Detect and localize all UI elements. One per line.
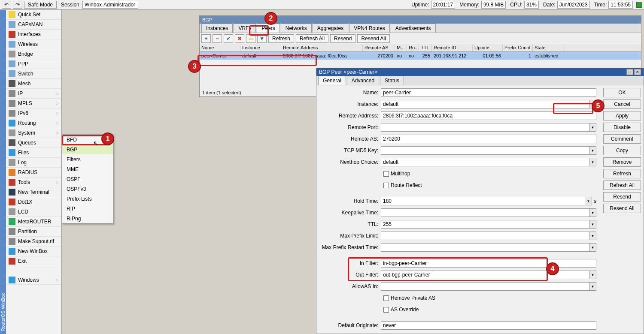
as-override-checkbox[interactable] [383, 307, 389, 313]
column-header[interactable]: Uptime [473, 44, 503, 51]
sidebar-item-radius[interactable]: RADIUS [6, 168, 61, 178]
filter-button[interactable]: ▼ [257, 34, 267, 43]
sidebar-item-partition[interactable]: Partition [6, 227, 61, 237]
sidebar-item-tools[interactable]: Tools▷ [6, 178, 61, 187]
tab-peers[interactable]: Peers [257, 24, 279, 33]
nexthop-input[interactable]: default [381, 158, 589, 166]
max-prefix-dropdown-icon[interactable]: ▼ [589, 232, 596, 240]
submenu-item-ospf[interactable]: OSPF [62, 174, 113, 184]
comment-button[interactable]: ▭ [246, 34, 255, 43]
submenu-item-bgp[interactable]: BGP [62, 144, 113, 154]
cancel-button[interactable]: Cancel [603, 99, 641, 109]
copy-button[interactable]: Copy [603, 146, 641, 155]
refresh-button[interactable]: Refresh [268, 34, 294, 43]
submenu-item-rip[interactable]: RIP [62, 204, 113, 214]
redo-button[interactable]: ↷ [13, 1, 22, 9]
sidebar-item-routing[interactable]: Routing▷ [6, 118, 61, 128]
tab-networks[interactable]: Networks [281, 24, 312, 33]
safe-mode-button[interactable]: Safe Mode [24, 1, 57, 9]
sidebar-item-switch[interactable]: Switch [6, 69, 61, 79]
sidebar-item-exit[interactable]: Exit [6, 256, 61, 266]
sidebar-item-lcd[interactable]: LCD [6, 207, 61, 217]
remove-button[interactable]: − [213, 34, 222, 43]
tcp-md5-input[interactable] [381, 146, 589, 155]
sidebar-item-files[interactable]: Files [6, 148, 61, 158]
maximize-button[interactable]: □ [626, 69, 633, 75]
column-header[interactable]: Ro... [407, 44, 419, 51]
submenu-item-prefix-lists[interactable]: Prefix Lists [62, 194, 113, 204]
column-header[interactable]: Remote ID [432, 44, 473, 51]
allowas-input[interactable] [381, 282, 589, 291]
sidebar-item-mpls[interactable]: MPLS▷ [6, 99, 61, 108]
sidebar-item-interfaces[interactable]: Interfaces [6, 30, 61, 39]
sidebar-item-ip[interactable]: IP▷ [6, 89, 61, 99]
sidebar-item-ppp[interactable]: PPP [6, 59, 61, 69]
resend-button[interactable]: Resend [603, 192, 641, 202]
undo-button[interactable]: ↶ [2, 1, 11, 9]
disable-button[interactable]: Disable [603, 123, 641, 132]
refresh-button[interactable]: Refresh [603, 169, 641, 178]
sidebar-item-system[interactable]: System▷ [6, 128, 61, 138]
ttl-dropdown-icon[interactable]: ▼ [589, 220, 596, 229]
sidebar-item-mesh[interactable]: Mesh [6, 79, 61, 89]
tcp-md5-dropdown-icon[interactable]: ▼ [589, 146, 596, 155]
disable-button[interactable]: ✖ [235, 34, 244, 43]
close-button[interactable]: ✕ [634, 69, 641, 75]
submenu-item-mme[interactable]: MME [62, 164, 113, 174]
remote-as-input[interactable]: 270200 [381, 135, 596, 143]
in-filter-input[interactable]: in-bgp-peer-Carrier [381, 259, 596, 268]
add-button[interactable]: + [201, 34, 211, 43]
default-originate-input[interactable]: never [381, 321, 596, 330]
comment-button[interactable]: Comment [603, 134, 641, 144]
sidebar-item-bridge[interactable]: Bridge [6, 49, 61, 59]
sidebar-item-wireless[interactable]: Wireless [6, 39, 61, 49]
column-header[interactable]: Instance [240, 44, 281, 51]
tab-vpn4-routes[interactable]: VPN4 Routes [349, 24, 390, 33]
remove-private-checkbox[interactable] [383, 295, 389, 301]
column-header[interactable]: Prefix Count [503, 44, 533, 51]
sidebar-item-dot1x[interactable]: Dot1X [6, 197, 61, 207]
enable-button[interactable]: ✔ [224, 34, 233, 43]
sidebar-item-new-winbox[interactable]: New WinBox [6, 247, 61, 256]
sidebar-item-metarouter[interactable]: MetaROUTER [6, 217, 61, 227]
column-header[interactable]: Remote AS [363, 44, 395, 51]
max-prefix-restart-input[interactable] [381, 243, 589, 252]
tab-aggregates[interactable]: Aggregates [313, 24, 348, 33]
apply-button[interactable]: Apply [603, 111, 641, 120]
nexthop-dropdown-icon[interactable]: ▼ [589, 158, 596, 166]
sidebar-item-capsman[interactable]: CAPsMAN [6, 20, 61, 30]
sidebar-item-ipv6[interactable]: IPv6▷ [6, 108, 61, 118]
column-header[interactable]: M... [395, 44, 407, 51]
resend-button[interactable]: Resend [330, 34, 355, 43]
table-row[interactable]: peer-Carrierdefault2806:3f7:1002:aaaa::f… [200, 52, 641, 60]
peer-tab-status[interactable]: Status [380, 76, 404, 85]
column-header[interactable]: TTL [419, 44, 432, 51]
column-header[interactable]: Remote Address [281, 44, 363, 51]
ok-button[interactable]: OK [603, 88, 641, 97]
sidebar-item-windows[interactable]: Windows▷ [6, 275, 61, 285]
sidebar-item-quick-set[interactable]: Quick Set [6, 10, 61, 20]
submenu-item-ospfv3[interactable]: OSPFv3 [62, 184, 113, 194]
remote-port-input[interactable] [381, 123, 589, 132]
hold-time-input[interactable]: 180 [381, 197, 585, 205]
peer-tab-general[interactable]: General [318, 76, 346, 85]
refresh-all-button[interactable]: Refresh All [296, 34, 328, 43]
sidebar-item-new-terminal[interactable]: New Terminal [6, 187, 61, 197]
route-reflect-checkbox[interactable] [383, 183, 389, 188]
resend-all-button[interactable]: Resend All [357, 34, 389, 43]
tab-advertisements[interactable]: Advertisements [391, 24, 436, 33]
allowas-dropdown-icon[interactable]: ▼ [589, 282, 596, 291]
name-input[interactable]: peer-Carrier [381, 88, 596, 97]
max-prefix-restart-dropdown-icon[interactable]: ▼ [589, 243, 596, 252]
column-header[interactable]: Name [200, 44, 240, 51]
sidebar-item-log[interactable]: Log [6, 158, 61, 168]
keepalive-dropdown-icon[interactable]: ▼ [589, 208, 596, 217]
sidebar-item-make-supout-rif[interactable]: Make Supout.rif [6, 237, 61, 247]
tab-vrfs[interactable]: VRFs [234, 24, 256, 33]
keepalive-input[interactable] [381, 208, 589, 217]
submenu-item-filters[interactable]: Filters [62, 154, 113, 164]
hold-time-dropdown-icon[interactable]: ▼ [585, 197, 592, 205]
submenu-item-ripng[interactable]: RIPng [62, 214, 113, 223]
refresh-all-button[interactable]: Refresh All [603, 181, 641, 190]
sidebar-item-queues[interactable]: Queues [6, 138, 61, 148]
